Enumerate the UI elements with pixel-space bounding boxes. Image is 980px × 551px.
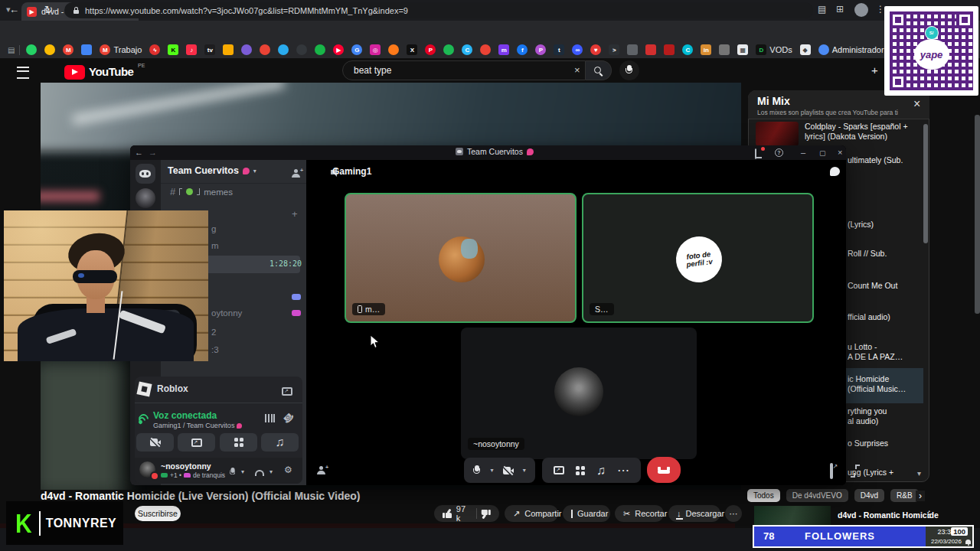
yape-logo-text: yape (920, 49, 943, 60)
divider (39, 511, 41, 536)
taskbar-clock-area: 23:3 100 22/03/2026 (926, 527, 972, 546)
qr-finder (890, 73, 906, 90)
followers-counter: 78 FOLLOWERS 23:3 100 22/03/2026 (753, 525, 974, 548)
mouse-cursor (370, 334, 380, 352)
yape-coin-icon: S/ (925, 26, 939, 40)
bell-icon (965, 540, 971, 544)
followers-label: FOLLOWERS (754, 530, 926, 542)
qr-finder (956, 11, 973, 28)
screen: ▾ ▶d4vd - Romantic Homicide (Live V×KStr… (0, 0, 980, 551)
stream-overlays: K TONNYREY 78 FOLLOWERS 23:3 100 22/03/2… (0, 0, 980, 551)
kick-logo: K (15, 508, 32, 538)
clock-time: 23:3 (937, 528, 951, 536)
qr-brand-badge: yape (914, 39, 949, 70)
channel-banner: K TONNYREY (6, 501, 123, 545)
clock-date: 22/03/2026 (931, 538, 962, 545)
followers-bar: 78 FOLLOWERS (754, 527, 926, 546)
yape-qr-code: yape S/ (884, 6, 978, 96)
qr-finder (890, 11, 906, 28)
channel-name: TONNYREY (46, 517, 117, 530)
notification-badge: 100 (951, 527, 968, 536)
